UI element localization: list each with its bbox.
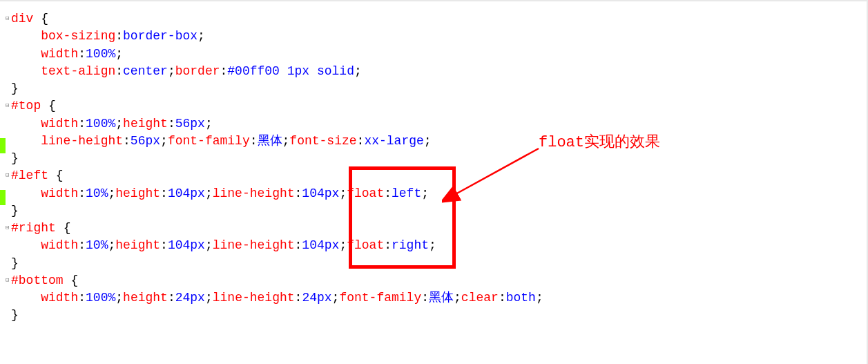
gutter-space — [6, 307, 11, 324]
code-token: height — [123, 117, 168, 131]
code-line[interactable]: ⊟#bottom { — [6, 272, 868, 289]
code-token: ; — [339, 186, 347, 200]
fold-icon[interactable]: ⊟ — [6, 167, 11, 184]
fold-icon[interactable]: ⊟ — [6, 97, 11, 115]
code-token: ; — [115, 291, 123, 305]
code-editor[interactable]: ⊟div { box-sizing:border-box; width:100%… — [0, 0, 868, 325]
code-token: height — [123, 291, 168, 305]
code-token: : — [115, 30, 123, 44]
code-token: : — [115, 64, 123, 78]
code-token: : — [78, 186, 86, 200]
gutter-space — [6, 150, 11, 167]
code-token: width — [41, 117, 78, 131]
code-token: ; — [205, 239, 213, 253]
code-line[interactable]: ⊟div { — [6, 10, 868, 28]
highlight-box — [349, 166, 456, 269]
code-line[interactable]: width:100%;height:24px;line-height:24px;… — [6, 289, 868, 307]
code-token: : — [421, 291, 429, 305]
code-line[interactable]: text-align:center;border:#00ff00 1px sol… — [6, 63, 868, 80]
annotation-label: float实现的效果 — [539, 131, 660, 152]
code-token: 104px — [302, 239, 339, 253]
fold-icon[interactable]: ⊟ — [6, 10, 11, 28]
code-token: : — [78, 239, 86, 253]
code-token: border-box — [123, 30, 197, 44]
code-token: ; — [424, 134, 432, 148]
code-token: font-size — [289, 134, 356, 148]
code-token: center — [123, 64, 168, 78]
code-line[interactable]: line-height:56px;font-family:黑体;font-siz… — [6, 133, 868, 150]
code-token: 10% — [86, 186, 108, 200]
code-token: : — [168, 117, 175, 131]
code-line[interactable]: ⊟#top { — [6, 97, 868, 115]
code-token: 10% — [86, 239, 108, 253]
code-token: 100% — [86, 117, 115, 131]
code-token: : — [250, 134, 258, 148]
gutter-space — [6, 255, 11, 272]
code-token: ; — [115, 117, 123, 131]
code-token: xx-large — [364, 134, 423, 148]
code-token: : — [220, 64, 228, 78]
brace-open: { — [64, 221, 71, 235]
code-token: width — [41, 291, 78, 305]
selector-token: #top — [11, 99, 41, 113]
code-token: ; — [282, 134, 290, 148]
code-token: : — [78, 291, 86, 305]
code-line[interactable]: } — [6, 307, 868, 324]
code-token: : — [357, 134, 365, 148]
code-token: box-sizing — [41, 30, 115, 44]
brace-open: { — [48, 99, 56, 113]
code-token: both — [506, 291, 536, 305]
code-token: : — [295, 186, 302, 200]
gutter-space — [6, 46, 11, 63]
code-token: : — [499, 291, 506, 305]
code-token: line-height — [213, 239, 295, 253]
brace-open: { — [41, 12, 48, 26]
fold-icon[interactable]: ⊟ — [6, 220, 11, 237]
code-token: text-align — [41, 64, 115, 78]
gutter-space — [6, 63, 11, 80]
brace-close: } — [11, 204, 19, 218]
code-token: height — [115, 186, 160, 200]
code-token: ; — [536, 291, 543, 305]
code-line[interactable]: } — [6, 150, 868, 167]
code-token: line-height — [41, 134, 123, 148]
gutter-space — [6, 80, 11, 97]
code-token: ; — [205, 117, 213, 131]
code-token: : — [160, 186, 168, 200]
code-token: 104px — [168, 186, 205, 200]
code-token: 黑体 — [429, 291, 454, 305]
fold-icon[interactable]: ⊟ — [6, 272, 11, 289]
code-line[interactable]: box-sizing:border-box; — [6, 28, 868, 45]
code-token: 56px — [131, 134, 160, 148]
gutter-space — [6, 28, 11, 45]
code-token: 56px — [175, 117, 205, 131]
code-token: ; — [354, 64, 362, 78]
code-line[interactable]: width:100%; — [6, 46, 868, 63]
brace-open: { — [56, 169, 64, 183]
gutter-space — [6, 133, 11, 150]
code-token: ; — [205, 186, 213, 200]
code-token: : — [295, 291, 302, 305]
code-token: #00ff00 1px solid — [227, 64, 354, 78]
change-marker — [0, 138, 6, 153]
code-token: : — [168, 291, 175, 305]
brace-close: } — [11, 256, 19, 270]
gutter-space — [6, 115, 11, 133]
code-token: ; — [160, 134, 168, 148]
selector-token: #bottom — [11, 274, 64, 287]
code-token: ; — [108, 186, 115, 200]
gutter-space — [6, 289, 11, 307]
code-token: ; — [168, 64, 175, 78]
code-token: width — [41, 47, 78, 61]
code-token: 100% — [86, 291, 115, 305]
code-token: font-family — [339, 291, 421, 305]
code-line[interactable]: } — [6, 80, 868, 97]
code-line[interactable]: width:100%;height:56px; — [6, 115, 868, 133]
brace-open: { — [70, 274, 78, 287]
selector-token: div — [11, 12, 33, 26]
gutter-space — [6, 185, 11, 202]
selector-token: #right — [11, 221, 56, 235]
brace-close: } — [11, 309, 19, 323]
brace-close: } — [11, 151, 19, 165]
code-token: font-family — [168, 134, 250, 148]
